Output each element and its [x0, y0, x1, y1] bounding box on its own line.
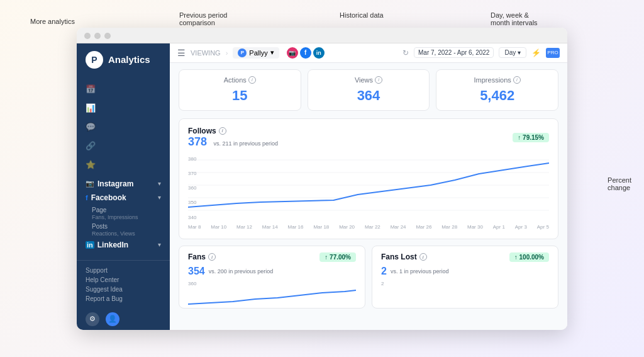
- fans-title: Fans i: [188, 252, 216, 261]
- sidebar-title: Analytics: [108, 54, 150, 65]
- fans-lost-value-row: 2 vs. 1 in previous period: [381, 266, 549, 277]
- sidebar-logo-area: P Analytics: [77, 43, 170, 76]
- views-info-icon[interactable]: i: [375, 76, 382, 84]
- user-icon-btn[interactable]: 👤: [106, 312, 119, 326]
- fans-value-row: 354 vs. 200 in previous period: [188, 266, 356, 277]
- fans-vs-text: vs. 200 in previous period: [209, 268, 274, 275]
- fans-mini-chart: [188, 286, 356, 305]
- facebook-header[interactable]: f Facebook ▾: [77, 191, 170, 205]
- linkedin-header[interactable]: in LinkedIn ▾: [77, 238, 170, 252]
- sidebar-item-favorites[interactable]: ⭐: [77, 156, 170, 174]
- instagram-header[interactable]: 📷 Instagram ▾: [77, 177, 170, 191]
- social-section: 📷 Instagram ▾ f Facebook ▾: [77, 174, 170, 254]
- ig-badge[interactable]: 📷: [287, 47, 298, 59]
- breadcrumb-arrow: ›: [226, 49, 228, 57]
- fans-main-value: 354: [188, 266, 205, 277]
- logo-icon: P: [86, 51, 103, 69]
- y-label-380: 380: [188, 156, 196, 162]
- fb-badge[interactable]: f: [300, 47, 311, 59]
- follows-info-icon[interactable]: i: [219, 127, 226, 135]
- suggest-idea-link[interactable]: Suggest Idea: [86, 285, 161, 294]
- annotation-percent-change: Percentchange: [608, 176, 631, 191]
- sidebar-item-analytics[interactable]: 📊: [77, 99, 170, 118]
- report-bug-link[interactable]: Report a Bug: [86, 294, 161, 303]
- impressions-info-icon[interactable]: i: [513, 76, 521, 84]
- fans-lost-chart: Fans Lost i ↑ 100.00% 2 vs. 1 in previou…: [372, 246, 558, 309]
- fb-posts-label[interactable]: Posts: [92, 222, 161, 230]
- sidebar-item-calendar[interactable]: 📅: [77, 80, 170, 99]
- date-range-selector[interactable]: Mar 7, 2022 - Apr 6, 2022: [414, 47, 494, 58]
- x-axis-labels: Mar 8 Mar 10 Mar 12 Mar 14 Mar 16 Mar 18…: [188, 223, 549, 231]
- actions-label: Actions i: [188, 76, 292, 84]
- x-label-8: Mar 24: [391, 224, 406, 230]
- y-label-360: 360: [188, 185, 196, 191]
- metrics-row: Actions i 15 Views i 364: [179, 69, 558, 111]
- actions-card: Actions i 15: [179, 69, 301, 111]
- follows-chart-svg: [188, 154, 549, 223]
- instagram-icon: 📷: [86, 179, 94, 188]
- linkedin-chevron: ▾: [158, 241, 161, 248]
- x-label-3: Mar 14: [262, 224, 278, 230]
- analytics-body: Actions i 15 Views i 364: [170, 63, 567, 330]
- actions-value: 15: [188, 88, 292, 104]
- fans-chart: Fans i ↑ 77.00% 354 vs. 200 in previous …: [179, 246, 365, 309]
- facebook-icon: f: [86, 194, 88, 201]
- browser-dot-green: [104, 33, 111, 39]
- annotation-historical: Historical data: [340, 11, 384, 19]
- annotation-prev-period: Previous periodcomparison: [179, 11, 227, 26]
- instagram-label: 📷 Instagram: [86, 179, 133, 188]
- sidebar-nav: 📅 📊 💬 🔗 ⭐: [77, 76, 170, 260]
- fans-lost-vs-text: vs. 1 in previous period: [391, 268, 449, 275]
- fans-lost-y-label: 2: [381, 281, 549, 286]
- browser-dot-yellow: [94, 33, 101, 39]
- follows-vs-text: vs. 211 in previous period: [214, 140, 279, 147]
- main-content: ☰ VIEWING › P Pallyy ▾ 📷 f in ↻ Mar 7, 2…: [170, 43, 567, 330]
- browser-chrome: [77, 28, 567, 43]
- app-layout: P Analytics 📅 📊 💬 🔗 ⭐: [77, 43, 567, 330]
- follows-value-row: 378 vs. 211 in previous period: [188, 135, 278, 149]
- y-label-370: 370: [188, 171, 196, 176]
- x-label-7: Mar 22: [365, 224, 380, 230]
- interval-selector[interactable]: Day ▾: [499, 47, 526, 58]
- follows-badge: ↑ 79.15%: [513, 133, 549, 142]
- x-label-6: Mar 20: [339, 224, 355, 230]
- help-center-link[interactable]: Help Center: [86, 275, 161, 285]
- li-badge[interactable]: in: [313, 47, 325, 59]
- brand-chevron: ▾: [270, 48, 274, 57]
- linkedin-label: in LinkedIn: [86, 241, 128, 249]
- linkedin-icon: in: [86, 241, 94, 249]
- messages-icon: 💬: [86, 122, 96, 132]
- follows-chart-svg-container: 380 370 360 350 340: [188, 154, 549, 223]
- views-value: 364: [317, 88, 421, 104]
- facebook-chevron: ▾: [158, 194, 161, 201]
- fans-info-icon[interactable]: i: [208, 253, 216, 261]
- impressions-card: Impressions i 5,462: [436, 69, 558, 111]
- sidebar-bottom-icons: ⚙ 👤: [77, 309, 170, 330]
- calendar-icon: 📅: [86, 84, 96, 94]
- follows-title-area: Follows i 378 vs. 211 in previous period: [188, 127, 278, 149]
- filter-icon[interactable]: ⚡: [531, 48, 541, 57]
- fans-lost-info-icon[interactable]: i: [419, 253, 427, 261]
- sidebar-item-messages[interactable]: 💬: [77, 118, 170, 137]
- impressions-label: Impressions i: [445, 76, 549, 84]
- x-label-11: Mar 30: [467, 224, 483, 230]
- sidebar: P Analytics 📅 📊 💬 🔗 ⭐: [77, 43, 170, 330]
- annotation-day-week: Day, week &month intervals: [491, 11, 538, 26]
- y-label-340: 340: [188, 215, 196, 220]
- facebook-sub: Page Fans, Impressions Posts Reactions, …: [77, 205, 170, 238]
- fans-lost-title: Fans Lost i: [381, 252, 427, 261]
- fb-page-label[interactable]: Page: [92, 206, 161, 214]
- fans-lost-chart-header: Fans Lost i ↑ 100.00%: [381, 252, 549, 262]
- instagram-chevron: ▾: [158, 180, 161, 187]
- actions-info-icon[interactable]: i: [248, 76, 256, 84]
- facebook-label: f Facebook: [86, 193, 126, 202]
- views-label: Views i: [317, 76, 421, 84]
- settings-icon-btn[interactable]: ⚙: [86, 312, 99, 326]
- hamburger-icon[interactable]: ☰: [177, 48, 186, 58]
- impressions-value: 5,462: [445, 88, 549, 104]
- sidebar-item-links[interactable]: 🔗: [77, 137, 170, 156]
- support-link[interactable]: Support: [86, 266, 161, 275]
- refresh-icon[interactable]: ↻: [402, 48, 409, 57]
- pro-badge: PRO: [546, 48, 560, 58]
- brand-selector[interactable]: P Pallyy ▾: [233, 47, 279, 59]
